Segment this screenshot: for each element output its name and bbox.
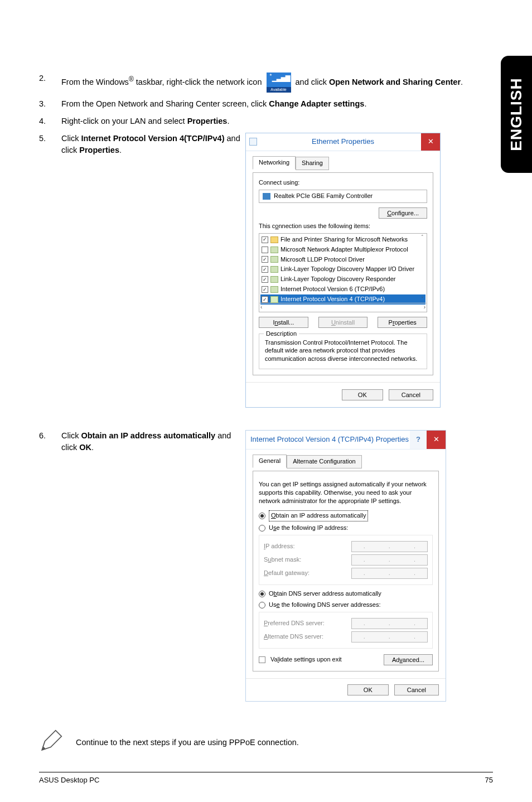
ok-button[interactable]: OK — [347, 684, 389, 695]
close-button[interactable]: ✕ — [421, 133, 440, 151]
horizontal-scrollbar[interactable]: ‹› — [259, 303, 427, 312]
radio-obtain-ip-auto[interactable]: Obtain an IP address automatically — [259, 510, 433, 521]
ip-address-row: IP address: ... — [264, 541, 428, 552]
protocol-label: Link-Layer Topology Discovery Mapper I/O… — [280, 265, 414, 274]
dialog-title: Ethernet Properties — [312, 137, 374, 146]
protocol-icon — [270, 236, 278, 243]
preferred-dns-row: Preferred DNS server: ... — [264, 618, 428, 629]
checkbox-icon[interactable]: ✓ — [262, 296, 268, 303]
description-title: Description — [264, 330, 299, 339]
protocol-list-item[interactable]: ✓File and Printer Sharing for Microsoft … — [260, 235, 425, 245]
nic-icon — [263, 193, 270, 200]
protocol-label: Microsoft LLDP Protocol Driver — [280, 255, 365, 264]
bold-text: Properties — [187, 117, 228, 125]
text: taskbar, right-click the network icon — [134, 78, 264, 86]
properties-button[interactable]: Properties — [378, 317, 427, 328]
dialog-titlebar: Internet Protocol Version 4 (TCP/IPv4) P… — [246, 431, 446, 450]
close-button[interactable]: ✕ — [427, 431, 446, 449]
alternate-dns-field[interactable]: ... — [351, 631, 428, 642]
protocol-icon — [270, 286, 278, 293]
vertical-scrollbar[interactable]: ˄˅ — [418, 234, 427, 303]
checkbox-icon[interactable]: ✓ — [262, 276, 268, 283]
step-text: Right-click on your LAN and select Prope… — [61, 115, 480, 127]
radio-use-following-dns[interactable]: Use the following DNS server addresses: — [259, 601, 433, 610]
items-label: This connection uses the following items… — [259, 222, 427, 231]
default-gateway-field[interactable]: ... — [351, 568, 428, 579]
subnet-mask-field[interactable]: ... — [351, 554, 428, 566]
install-button[interactable]: Install... — [259, 317, 308, 328]
text: Click — [61, 431, 81, 440]
checkbox-icon — [259, 656, 265, 663]
dialog-title: Internet Protocol Version 4 (TCP/IPv4) P… — [250, 435, 409, 443]
page-content: 2. From the Windows® taskbar, right-clic… — [39, 73, 480, 755]
network-tray-icon: * ▁▃▅▇ Available — [267, 73, 291, 93]
text: From the Windows — [61, 78, 129, 86]
checkbox-icon[interactable]: ✓ — [262, 266, 268, 273]
radio-label: Use the following IP address: — [269, 524, 348, 533]
note-row: Continue to the next steps if you are us… — [39, 729, 480, 755]
step-number: 4. — [39, 115, 61, 127]
protocol-list-item[interactable]: ✓Link-Layer Topology Discovery Mapper I/… — [260, 264, 425, 274]
dialog-icon — [249, 138, 257, 146]
protocol-list-item[interactable]: ✓Link-Layer Topology Discovery Responder — [260, 274, 425, 284]
tab-general[interactable]: General — [253, 455, 287, 468]
uninstall-button[interactable]: Uninstall — [318, 317, 368, 328]
text: From the Open Network and Sharing Center… — [61, 99, 269, 108]
pen-note-icon — [39, 729, 62, 755]
protocol-listbox[interactable]: ✓File and Printer Sharing for Microsoft … — [259, 233, 427, 312]
bold-text: Change Adapter settings — [269, 99, 364, 108]
advanced-button[interactable]: Advanced... — [384, 654, 433, 665]
cancel-button[interactable]: Cancel — [394, 684, 439, 695]
scroll-down-icon[interactable]: ˅ — [418, 296, 427, 303]
adapter-field[interactable]: Realtek PCIe GBE Family Controller — [259, 190, 427, 203]
protocol-icon — [270, 276, 278, 283]
step-6-row: 6. Click Obtain an IP address automatica… — [39, 430, 480, 707]
step-text: Click Obtain an IP address automatically… — [61, 430, 480, 702]
bold-text: Obtain an IP address automatically — [81, 431, 215, 440]
checkbox-icon[interactable]: ✓ — [262, 236, 268, 243]
configure-button[interactable]: Configure... — [379, 207, 427, 219]
checkbox-icon[interactable] — [262, 247, 268, 253]
ok-button[interactable]: OK — [342, 389, 383, 400]
step-text: From the Windows® taskbar, right-click t… — [61, 73, 480, 93]
radio-obtain-dns-auto[interactable]: Obtain DNS server address automatically — [259, 590, 433, 598]
protocol-icon — [270, 247, 278, 253]
checkbox-icon[interactable]: ✓ — [262, 286, 268, 293]
protocol-list-item[interactable]: Microsoft Network Adapter Multiplexor Pr… — [260, 245, 425, 255]
general-panel: You can get IP settings assigned automat… — [253, 471, 439, 671]
radio-label: Use the following DNS server addresses: — [269, 601, 381, 610]
scroll-left-icon[interactable]: ‹ — [260, 303, 262, 312]
protocol-label: Internet Protocol Version 6 (TCP/IPv6) — [280, 285, 385, 294]
note-text: Continue to the next steps if you are us… — [76, 738, 299, 747]
protocol-label: File and Printer Sharing for Microsoft N… — [280, 235, 408, 244]
tab-sharing[interactable]: Sharing — [296, 157, 329, 170]
description-text: Transmission Control Protocol/Internet P… — [265, 339, 421, 364]
scroll-up-icon[interactable]: ˄ — [418, 234, 427, 241]
tab-strip: Networking Sharing — [253, 156, 433, 169]
dialog-titlebar: Ethernet Properties ✕ — [246, 133, 440, 151]
cancel-button[interactable]: Cancel — [389, 389, 433, 400]
protocol-icon — [270, 266, 278, 273]
step-number: 5. — [39, 133, 61, 408]
protocol-icon — [270, 256, 278, 263]
alternate-dns-row: Alternate DNS server: ... — [264, 631, 428, 642]
step-3: 3. From the Open Network and Sharing Cen… — [39, 98, 480, 110]
network-tray-icon-label: Available — [267, 87, 291, 93]
ip-address-field[interactable]: ... — [351, 541, 428, 552]
tab-networking[interactable]: Networking — [253, 156, 296, 170]
help-button[interactable]: ? — [410, 431, 427, 449]
scroll-right-icon[interactable]: › — [424, 303, 425, 312]
validate-checkbox-row[interactable]: Validate settings upon exit — [259, 655, 342, 664]
preferred-dns-field[interactable]: ... — [351, 618, 428, 629]
radio-icon — [259, 602, 265, 608]
radio-icon — [259, 591, 265, 597]
subnet-mask-label: Subnet mask: — [264, 555, 351, 564]
tab-alternate-config[interactable]: Alternate Configuration — [287, 455, 362, 468]
protocol-list-item[interactable]: ✓Microsoft LLDP Protocol Driver — [260, 255, 425, 265]
protocol-list-item[interactable]: ✓Internet Protocol Version 6 (TCP/IPv6) — [260, 284, 425, 294]
default-gateway-label: Default gateway: — [264, 569, 351, 578]
radio-use-following-ip[interactable]: Use the following IP address: — [259, 524, 433, 533]
checkbox-icon[interactable]: ✓ — [262, 256, 268, 263]
networking-panel: Connect using: Realtek PCIe GBE Family C… — [253, 172, 433, 375]
text: and click — [296, 78, 329, 86]
